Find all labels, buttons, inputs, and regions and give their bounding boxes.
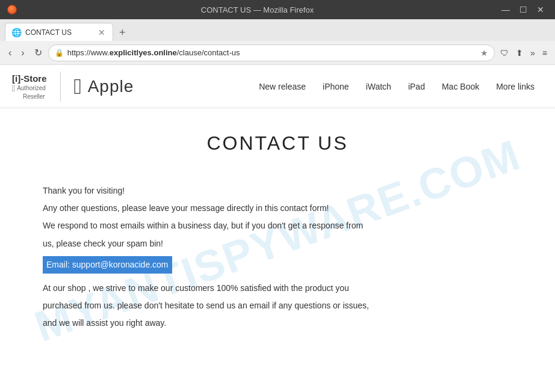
menu-button[interactable]: ≡ <box>539 46 550 60</box>
contact-email[interactable]: Email: support@koronacide.com <box>43 254 512 276</box>
site-header: [i]-Store  Authorized Reseller  Apple … <box>0 65 555 108</box>
nav-item-macbook[interactable]: Mac Book <box>433 77 488 96</box>
address-protocol: https://www. <box>67 48 110 57</box>
logo-bracket-text: [i]-Store <box>12 73 47 84</box>
nav-item-iwatch[interactable]: iWatch <box>358 77 400 96</box>
contact-line-7: and we will assist you right away. <box>43 316 512 331</box>
logo-divider <box>60 72 61 102</box>
forward-button[interactable]: › <box>17 45 28 61</box>
maximize-button[interactable]: ☐ <box>516 5 531 14</box>
more-tools-button[interactable]: » <box>527 46 538 60</box>
nav-item-iphone[interactable]: iPhone <box>314 77 358 96</box>
share-button[interactable]: ⬆ <box>513 46 526 60</box>
nav-item-ipad[interactable]: iPad <box>400 77 433 96</box>
close-button[interactable]: ✕ <box>533 5 548 14</box>
new-tab-button[interactable]: + <box>116 24 129 41</box>
back-button[interactable]: ‹ <box>5 45 15 61</box>
contact-line-3: We respond to most emails within a busin… <box>43 218 512 233</box>
lock-icon: 🔒 <box>55 49 64 57</box>
reload-button[interactable]: ↻ <box>31 44 46 61</box>
active-tab[interactable]: 🌐 CONTACT US ✕ <box>5 23 113 41</box>
contact-body: Thank you for visiting! Any other questi… <box>43 183 512 331</box>
logo-auth-text:  Authorized <box>12 84 47 93</box>
contact-line-1: Thank you for visiting! <box>43 183 512 198</box>
browser-titlebar: CONTACT US — Mozilla Firefox — ☐ ✕ <box>0 0 555 19</box>
tab-bar: 🌐 CONTACT US ✕ + <box>0 19 555 41</box>
window-controls: — ☐ ✕ <box>498 5 548 14</box>
content-inner: CONTACT US Thank you for visiting! Any o… <box>19 132 536 331</box>
logo-store-text: [i]-Store  Authorized Reseller <box>12 73 47 100</box>
site-content: MYANTISPYWARE.COM CONTACT US Thank you f… <box>0 108 555 373</box>
contact-line-2: Any other questions, please leave your m… <box>43 201 512 216</box>
browser-title: CONTACT US — Mozilla Firefox <box>22 5 493 14</box>
page-title: CONTACT US <box>43 132 512 155</box>
tab-label: CONTACT US <box>25 28 93 37</box>
apple-brand-name: Apple <box>88 77 134 96</box>
contact-line-4: us, please check your spam bin! <box>43 236 512 251</box>
contact-line-6: purchased from us. please don't hesitate… <box>43 298 512 313</box>
site-nav: New release iPhone iWatch iPad Mac Book … <box>250 77 543 96</box>
tab-favicon-icon: 🌐 <box>11 28 22 37</box>
minimize-button[interactable]: — <box>498 5 513 14</box>
nav-item-more-links[interactable]: More links <box>488 77 543 96</box>
address-bar[interactable]: 🔒 https://www.explicitlyes.online/clause… <box>48 44 495 61</box>
site-logo: [i]-Store  Authorized Reseller  Apple <box>12 72 134 102</box>
contact-line-5: At our shop , we strive to make our cust… <box>43 281 512 296</box>
address-text: https://www.explicitlyes.online/clause/c… <box>67 48 240 57</box>
nav-bar: ‹ › ↻ 🔒 https://www.explicitlyes.online/… <box>0 41 555 65</box>
bookmark-icon[interactable]: ★ <box>480 48 488 58</box>
address-path: /clause/contact-us <box>177 48 240 57</box>
tab-close-button[interactable]: ✕ <box>97 26 107 38</box>
logo-reseller-text: Reseller <box>12 93 47 100</box>
address-domain: explicitlyes.online <box>110 48 177 57</box>
nav-extras: 🛡 ⬆ » ≡ <box>497 46 550 60</box>
shield-button[interactable]: 🛡 <box>497 46 512 60</box>
nav-item-new-release[interactable]: New release <box>250 77 314 96</box>
email-highlight[interactable]: Email: support@koronacide.com <box>43 256 172 274</box>
apple-logo-icon:  <box>74 74 82 99</box>
traffic-light-icon[interactable] <box>7 5 17 14</box>
